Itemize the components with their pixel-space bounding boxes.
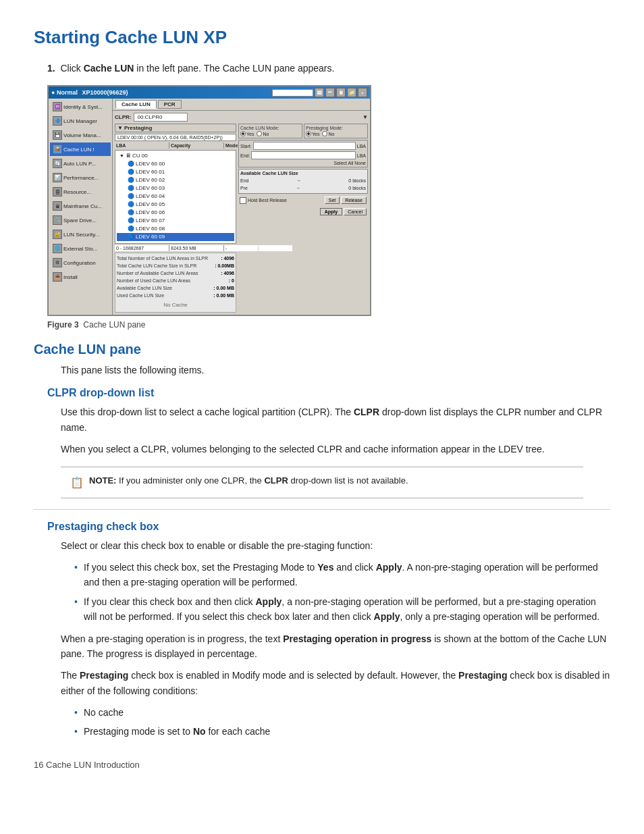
set-button[interactable]: Set (325, 197, 340, 204)
sidebar-item-lun-security-label: LUN Security... (63, 232, 99, 238)
sim-set-release-buttons: Set Release (325, 197, 367, 204)
tree-row-ldev6001[interactable]: 🔵 LDEV 60 01 (117, 168, 234, 176)
sim-titlebar-right: Audit:Normal 🖼 ✂ 📋 📁 ▪ (272, 88, 367, 97)
clpr-bold-1: CLPR (354, 407, 379, 417)
sim-prestaging-header: ▼ Prestaging (115, 124, 236, 132)
avail-pre-value: 0 blocks (348, 184, 366, 192)
prestaging-mode-row: Prestaging Mode: (306, 126, 366, 130)
prestaging-yes-btn[interactable] (306, 131, 311, 136)
sim-bottom-row: Hold Best Release Set Release (238, 195, 368, 205)
sidebar-item-configuration[interactable]: ⚙ Configuration (50, 256, 111, 269)
condition-bullets: No cache Prestaging mode is set to No fo… (74, 705, 610, 739)
b1-before: If you select this check box, set the Pr… (84, 562, 317, 573)
tree-row-ldev6006[interactable]: 🔵 LDEV 60 06 (117, 209, 234, 217)
release-button[interactable]: Release (341, 197, 367, 204)
sidebar-item-mainframe[interactable]: 🖥 Mainframe Cu... (50, 199, 111, 213)
prestaging-radio-group: Yes No (306, 131, 366, 136)
start-input[interactable] (253, 142, 356, 150)
sim-icon-5[interactable]: ▪ (358, 88, 367, 97)
condition-1: No cache (74, 705, 610, 720)
stat-label-2: Total Cache LUN Cache Size in SLPR (117, 262, 196, 269)
sim-clpr-select[interactable]: 00:CLPR0 (134, 113, 188, 122)
tree-cu-label: CU 00 (132, 152, 148, 160)
sidebar-item-performance[interactable]: 📊 Performance... (50, 171, 111, 184)
sim-icon-3[interactable]: 📋 (336, 88, 346, 97)
hold-best-checkbox-row: Hold Best Release (240, 197, 287, 204)
hold-best-checkbox[interactable] (240, 197, 246, 204)
tree-row-ldev6004[interactable]: 🔵 LDEV 60 04 (117, 192, 234, 201)
sidebar-item-volume-mana[interactable]: 💾 Volume Mana... (50, 128, 111, 142)
cache-lun-yes-radio[interactable]: Yes (240, 131, 254, 136)
figure-caption: Figure 3 Cache LUN pane (47, 320, 610, 330)
tree-row-ldev6008[interactable]: 🔵 LDEV 60 08 (117, 225, 234, 233)
sim-body: 🆔 Identity & Syst... 🔷 LUN Manager 💾 Vol… (49, 99, 370, 315)
sidebar-item-auto-lun[interactable]: 🔄 Auto LUN P... (50, 157, 111, 170)
prestaging-yes-label: Yes (312, 132, 319, 136)
b2-bold1: Apply (255, 596, 281, 607)
install-icon: 📥 (53, 272, 62, 282)
step-1: 1. Click Cache LUN in the left pane. The… (47, 61, 610, 76)
sim-prestaging-mode: Prestaging Mode: Yes No (304, 124, 368, 138)
stats-row-1: Total Number of Cache LUN Areas in SLPR … (117, 255, 234, 262)
note-text: If you administer only one CLPR, the (116, 475, 264, 486)
sidebar-item-lun-security[interactable]: 🔐 LUN Security... (50, 228, 111, 241)
stat-label-5: Available Cache LUN Size (117, 284, 172, 292)
prestaging-no-radio[interactable]: No (322, 131, 334, 136)
cache-lun-no-radio[interactable]: No (257, 131, 269, 136)
sidebar-item-external-label: External Sto... (63, 246, 97, 252)
sim-ldev-info: LDEV 00:00 ( OPEN-V), 6.04 GB, RAID5(6D+… (115, 134, 236, 141)
tree-row-ldev6007[interactable]: 🔵 LDEV 60 07 (117, 217, 234, 225)
cancel-button[interactable]: Cancel (344, 208, 367, 215)
apply-button[interactable]: Apply (320, 208, 342, 215)
tree-row-ldev6002[interactable]: 🔵 LDEV 60 02 (117, 176, 234, 184)
sidebar-item-install[interactable]: 📥 Install (50, 270, 111, 284)
tab-pcr[interactable]: PCR (158, 100, 182, 109)
perf-icon: 📊 (53, 173, 62, 182)
sidebar-item-external[interactable]: 🌐 External Sto... (50, 242, 111, 255)
sim-right-panel: Cache LUN Mode: Yes No (238, 124, 368, 313)
sim-tab-bar: Cache LUN PCR (113, 99, 370, 111)
sim-icon-2[interactable]: ✂ (325, 88, 335, 97)
sidebar-item-lun-manager[interactable]: 🔷 LUN Manager (50, 114, 111, 128)
tree-row-ldev6005[interactable]: 🔵 LDEV 60 05 (117, 201, 234, 209)
note-text-2: drop-down list is not available. (288, 475, 408, 486)
select-all-none[interactable]: Select All None (240, 161, 366, 165)
sidebar-item-identity-label: Identity & Syst... (63, 104, 103, 110)
sidebar-item-volume-label: Volume Mana... (63, 132, 101, 138)
end-label: End: (240, 153, 250, 158)
sim-content-panels: ▼ Prestaging LDEV 00:00 ( OPEN-V), 6.04 … (115, 124, 368, 313)
bullet-2-text: If you clear this check box and then cli… (84, 596, 599, 622)
bullet-2: If you clear this check box and then cli… (74, 594, 610, 625)
tree-expand-icon: ▼ (119, 152, 124, 160)
yes-radio-btn[interactable] (240, 131, 246, 136)
sidebar-item-resource[interactable]: 🗄 Resource... (50, 185, 111, 199)
sim-end-row: End: LBA (240, 151, 366, 159)
note-label: NOTE: (89, 475, 116, 486)
prestaging-yes-radio[interactable]: Yes (306, 131, 319, 136)
tree-row-ldev6009-selected[interactable]: 🔵 LDEV 60 09 (117, 233, 234, 241)
end-input[interactable] (251, 151, 355, 159)
prestaging-no-btn[interactable] (322, 131, 327, 136)
security-icon: 🔐 (53, 230, 62, 239)
sim-icon-1[interactable]: 🖼 (315, 88, 324, 97)
tree-row-ldev6003[interactable]: 🔵 LDEV 60 03 (117, 184, 234, 192)
bold-cache-lun: Cache LUN (84, 63, 134, 74)
sim-titlebar: ● Normal XP10000(96629) Audit:Normal 🖼 ✂… (49, 86, 370, 99)
no-radio-btn[interactable] (257, 131, 262, 136)
sim-icon-4[interactable]: 📁 (347, 88, 356, 97)
prestaging-no-label: No (328, 132, 334, 136)
sidebar-item-spare[interactable]: 🔧 Spare Drive... (50, 213, 111, 227)
sim-lba-group: Start: LBA End: LBA Select All None (238, 140, 368, 167)
no-label: No (263, 132, 269, 136)
sim-no-cache-label: No Cache (117, 299, 234, 311)
tab-cache-lun[interactable]: Cache LUN (115, 100, 157, 109)
tree-row-cu00[interactable]: ▼ 🖥 CU 00 (117, 152, 234, 160)
b1-bold2: Apply (376, 562, 402, 573)
start-lba-unit: LBA (357, 144, 366, 149)
sidebar-item-identity[interactable]: 🆔 Identity & Syst... (50, 100, 111, 113)
sim-available-cache-size: Available Cache LUN Size End → 0 blocks … (238, 169, 368, 194)
condition-2: Prestaging mode is set to No for each ca… (74, 724, 610, 739)
sim-ldev-tree: ▼ 🖥 CU 00 🔵 LDEV 60 00 🔵 LDEV 60 01 🔵 LD… (115, 150, 236, 244)
tree-row-ldev6000[interactable]: 🔵 LDEV 60 00 (117, 160, 234, 168)
sidebar-item-cache-lun[interactable]: 📦 Cache LUN ! (50, 142, 111, 156)
